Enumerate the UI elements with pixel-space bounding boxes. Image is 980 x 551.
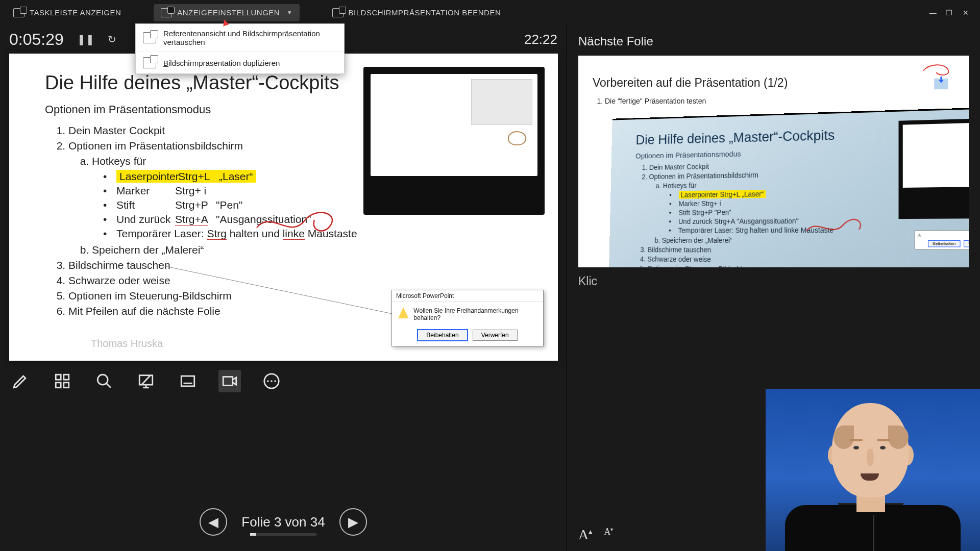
dialog-message: Wollen Sie Ihre Freihandanmerkungen beha… xyxy=(413,307,537,321)
warning-icon xyxy=(398,307,408,318)
more-options-button[interactable] xyxy=(260,370,283,392)
next-slide-preview[interactable]: Vorbereiten auf die Präsentation (1/2) D… xyxy=(578,56,969,267)
black-screen-button[interactable] xyxy=(135,370,157,392)
end-slideshow-icon xyxy=(332,8,344,17)
svg-rect-0 xyxy=(56,374,61,380)
slide-counter: Folie 3 von 34 xyxy=(241,514,325,530)
subtitle-button[interactable] xyxy=(177,370,199,392)
slide-author: Thomas Hruska xyxy=(91,338,163,349)
dropdown-swap-label: Referentenansicht und Bildschirmpräsenta… xyxy=(163,29,337,46)
svg-rect-2 xyxy=(56,383,61,388)
notes-font-increase-button[interactable]: A▴ xyxy=(578,527,593,543)
svg-rect-3 xyxy=(64,383,69,388)
elapsed-time: 0:05:29 xyxy=(9,30,64,49)
dropdown-duplicate-label: Bildschirmpräsentation duplizieren xyxy=(163,59,280,67)
window-minimize-button[interactable]: — xyxy=(925,5,941,21)
notes-font-decrease-button[interactable]: A▾ xyxy=(604,527,613,543)
slide-navigation: ◀ Folie 3 von 34 ▶ xyxy=(0,392,567,551)
current-slide-panel: 0:05:29 ❚❚ ↻ 22:22 Die Hilfe deines „Mas… xyxy=(0,25,567,551)
swap-displays-icon xyxy=(143,32,156,43)
display-settings-label: ANZEIGEEINSTELLUNGEN xyxy=(177,8,280,17)
see-all-slides-button[interactable] xyxy=(51,370,74,392)
svg-rect-6 xyxy=(181,376,194,386)
svg-rect-1 xyxy=(64,374,69,380)
duplicate-icon xyxy=(143,57,156,68)
presenter-main: 0:05:29 ❚❚ ↻ 22:22 Die Hilfe deines „Mas… xyxy=(0,25,980,551)
notes-font-controls: A▴ A▾ xyxy=(578,527,613,543)
svg-rect-7 xyxy=(184,383,192,384)
display-settings-icon xyxy=(161,8,172,17)
dialog-keep-button[interactable]: Beibehalten xyxy=(418,330,467,341)
dialog-title: Microsoft PowerPoint xyxy=(392,290,543,302)
slide-progress xyxy=(250,533,316,536)
top-command-bar: TASKLEISTE ANZEIGEN ANZEIGEEINSTELLUNGEN… xyxy=(0,0,980,25)
next-slide-button[interactable]: ▶ xyxy=(339,508,367,536)
next-slide-heading: Nächste Folie xyxy=(578,34,969,48)
next-slide-title: Vorbereiten auf die Präsentation (1/2) xyxy=(593,76,954,90)
svg-point-4 xyxy=(97,374,108,385)
speaker-notes-hint[interactable]: Klic xyxy=(578,274,969,295)
camera-button[interactable] xyxy=(218,370,241,392)
end-slideshow-label: BILDSCHIRMPRÄSENTATION BEENDEN xyxy=(349,8,501,17)
show-taskbar-button[interactable]: TASKLEISTE ANZEIGEN xyxy=(6,4,128,21)
ink-keep-dialog: Microsoft PowerPoint Wollen Sie Ihre Fre… xyxy=(391,290,544,346)
svg-point-11 xyxy=(271,380,273,382)
pause-timer-button[interactable]: ❚❚ xyxy=(77,33,94,45)
current-slide[interactable]: Die Hilfe deines „Master“-Cockpits Optio… xyxy=(9,54,558,361)
pen-tool-button[interactable] xyxy=(9,370,32,392)
dropdown-swap-displays[interactable]: Referentenansicht und Bildschirmpräsenta… xyxy=(136,24,344,52)
monitor-photo: Die Hilfe deines „Master“-Cockpits Optio… xyxy=(607,107,969,267)
presenter-webcam[interactable] xyxy=(766,389,980,551)
window-restore-button[interactable]: ❐ xyxy=(941,5,958,21)
slide-thumbnail-presenter xyxy=(363,67,545,215)
dropdown-duplicate-slideshow[interactable]: Bildschirmpräsentation duplizieren xyxy=(136,52,344,73)
ink-scribble-icon xyxy=(919,62,960,91)
end-slideshow-button[interactable]: BILDSCHIRMPRÄSENTATION BEENDEN xyxy=(325,4,508,21)
taskbar-icon xyxy=(13,8,24,17)
show-taskbar-label: TASKLEISTE ANZEIGEN xyxy=(30,8,121,17)
previous-slide-button[interactable]: ◀ xyxy=(200,508,227,536)
presenter-tools xyxy=(0,361,567,392)
svg-point-12 xyxy=(274,380,276,382)
next-slide-list: Die "fertige" Präsentation testen xyxy=(593,97,954,105)
window-close-button[interactable]: ✕ xyxy=(958,5,974,21)
chevron-down-icon: ▼ xyxy=(287,10,292,15)
clock-time: 22:22 xyxy=(524,32,557,47)
brain-icon xyxy=(508,131,526,145)
reset-timer-button[interactable]: ↻ xyxy=(108,33,116,45)
svg-rect-8 xyxy=(223,377,232,386)
svg-point-10 xyxy=(267,380,269,382)
zoom-tool-button[interactable] xyxy=(93,370,115,392)
display-settings-dropdown: Referentenansicht und Bildschirmpräsenta… xyxy=(135,23,345,74)
next-slide-panel: Nächste Folie Vorbereiten auf die Präsen… xyxy=(567,25,980,551)
dialog-discard-button[interactable]: Verwerfen xyxy=(473,330,518,341)
